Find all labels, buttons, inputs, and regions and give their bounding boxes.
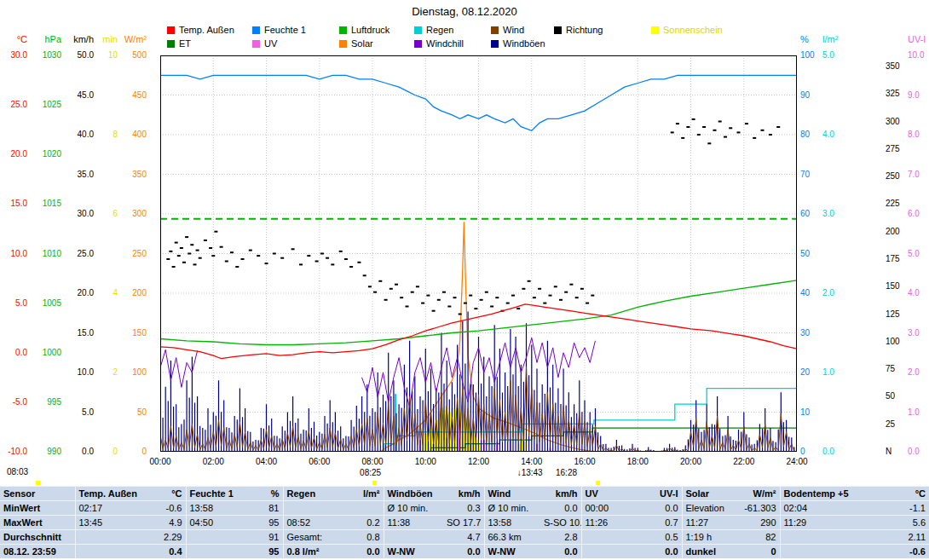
table-cell: 2.11 [869, 530, 929, 545]
x-axis-label: 10:00 [407, 457, 444, 466]
axis-unit-c: °C [0, 34, 27, 45]
axis-tick-label: 1000 [32, 348, 61, 358]
axis-unit-uv-i: UV-I [908, 34, 929, 45]
series-richtung-point [384, 299, 388, 301]
axis-tick-label: 15.0 [0, 199, 27, 209]
table-cell: 2.29 [140, 530, 186, 545]
table-cell: dunkel [682, 545, 739, 559]
table-cell: 0.0 [540, 545, 581, 559]
table-cell: Elevation [682, 501, 739, 516]
series-richtung-point [331, 263, 334, 265]
table-cell: 66.3 km [484, 530, 540, 545]
axis-tick-label: 9.0 [908, 90, 929, 101]
series-richtung-point [745, 123, 748, 124]
legend-label: Luftdruck [351, 25, 389, 35]
legend-item-windchill: Windchill [414, 38, 464, 49]
series-richtung-point [729, 127, 732, 129]
table-row: 08.12. 23:590.4950.8 l/m²0.0W-NW0.0W-NW0… [0, 545, 929, 559]
x-axis-label: 14:00 [513, 457, 551, 466]
axis-tick-label: 50 [118, 407, 147, 418]
legend-swatch-uv-icon [252, 40, 260, 48]
axis-tick-label: 10 [800, 407, 829, 418]
table-header-cell: l/m² [343, 487, 384, 501]
table-cell: 13:58 [186, 501, 244, 516]
legend-label: Feuchte 1 [264, 25, 306, 35]
table-header-row: SensorTemp. Außen°CFeuchte 1%Regenl/m²Wi… [0, 487, 929, 501]
axis-tick-label: 150 [118, 328, 147, 338]
table-cell: 5.6 [869, 516, 929, 530]
table-cell: 0.2 [343, 516, 384, 530]
series-richtung-point [166, 258, 170, 260]
legend-item-richtung: Richtung [554, 25, 603, 35]
series-richtung-point [707, 142, 711, 144]
table-cell: 02:17 [75, 501, 140, 516]
axis-tick-label: 45.0 [65, 90, 94, 101]
series-richtung-point [490, 306, 493, 308]
axis-tick-label: 200 [118, 288, 147, 298]
series-richtung-point [464, 303, 467, 304]
table-cell: 91 [244, 530, 283, 545]
table-cell: 4.7 [443, 530, 484, 545]
table-cell: 0.0 [641, 545, 682, 559]
table-cell: 13:58 [484, 516, 540, 530]
series-richtung-point [193, 263, 197, 265]
legend-item-uv: UV [252, 38, 277, 49]
table-cell [581, 530, 641, 545]
table-cell [75, 545, 140, 559]
table-cell: 11:29 [780, 516, 869, 530]
series-richtung-point [307, 255, 310, 257]
table-cell [780, 545, 869, 559]
series-richtung-point [315, 261, 319, 263]
table-cell: Gesamt: [283, 530, 343, 545]
series-richtung-point [591, 295, 594, 297]
series-richtung-point [190, 244, 193, 245]
sunrise-time-label: 08:03 [7, 467, 28, 476]
sunrise-dot-icon [36, 481, 40, 485]
legend-label: Sonnenschein [663, 25, 723, 35]
axis-tick-label: 6.0 [908, 209, 929, 219]
series-richtung-point [671, 131, 674, 133]
series-richtung-point [469, 295, 472, 297]
series-richtung-point [411, 292, 414, 293]
axis-tick-label: 10.0 [908, 50, 929, 61]
series-richtung-point [344, 258, 348, 260]
axis-tick-label: 1005 [32, 298, 61, 309]
legend-item-temp-au-en: Temp. Außen [167, 25, 234, 35]
series-richtung-point [543, 303, 546, 304]
table-header-cell: °C [140, 487, 186, 501]
legend-swatch-luftdruck-icon [339, 26, 347, 34]
series-richtung-point [211, 255, 215, 257]
table-cell [186, 530, 244, 545]
table-header-cell: Windböen [384, 487, 443, 501]
legend-label: Solar [351, 38, 373, 49]
table-cell: 95 [244, 516, 283, 530]
axis-tick-label: 350 [118, 170, 147, 180]
axis-tick-label: 400 [118, 130, 147, 140]
axis-tick-label: 1.0 [822, 367, 851, 378]
axis-tick-label: 200 [886, 227, 915, 237]
sunshine-start-label: 08:25 [360, 468, 381, 477]
axis-tick-label: 25.0 [0, 100, 27, 110]
chart-title: Dienstag, 08.12.2020 [0, 5, 929, 18]
series-richtung-point [724, 136, 727, 138]
series-richtung-point [389, 288, 393, 290]
table-row-label: 08.12. 23:59 [0, 545, 75, 559]
x-axis-label: 24:00 [778, 457, 816, 466]
table-cell: 2.8 [540, 530, 581, 545]
legend-swatch-regen-icon [414, 26, 422, 34]
series-richtung-point [204, 240, 207, 241]
axis-tick-label: 275 [886, 144, 915, 154]
axis-tick-label: 5.0 [822, 50, 851, 61]
axis-tick-label: 0 [89, 447, 118, 457]
table-cell: S-SO 10.7 [540, 516, 581, 530]
series-richtung-point [406, 306, 409, 308]
legend-label: Regen [426, 25, 453, 35]
axis-tick-label: 0.0 [0, 348, 27, 358]
series-richtung-point [299, 263, 303, 265]
table-cell [780, 530, 869, 545]
axis-tick-label: 30.0 [0, 50, 27, 61]
series-richtung-point [172, 266, 176, 268]
series-richtung-point [339, 251, 343, 252]
x-axis-label: 08:00 [354, 457, 391, 466]
table-cell: -1.1 [869, 501, 929, 516]
